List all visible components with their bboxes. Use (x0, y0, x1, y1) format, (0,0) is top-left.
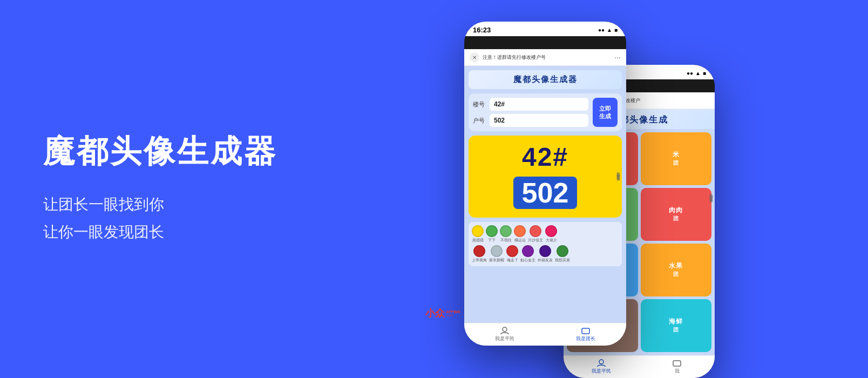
avatar-sub-4: 团 (673, 215, 679, 222)
avatar-sub-2: 团 (673, 159, 679, 167)
phone2-generate-label: 立即生成 (599, 105, 611, 120)
phone2-generate-btn[interactable]: 立即生成 (593, 98, 618, 127)
phones-section: 16:23 ●● ▲ ■ ✕ 注意！进群请先行修改楼户 魔都头像生成 (345, 0, 868, 378)
color-dot-3[interactable] (500, 225, 512, 237)
watermark-appinn: APPINN (446, 310, 460, 314)
svg-rect-1 (673, 361, 681, 366)
color-dot-9[interactable] (506, 245, 518, 257)
color-dot-10[interactable] (522, 245, 534, 257)
phone2-notch (464, 36, 626, 49)
svg-point-0 (599, 360, 603, 364)
phone1-icons: ●● ▲ ■ (687, 70, 706, 76)
avatar-title-6: 水果 (669, 262, 683, 271)
phone2-tab2[interactable]: 我是团长 (545, 327, 626, 342)
watermark-com: .com (446, 314, 460, 317)
phone1-tab2[interactable]: 我 (639, 359, 715, 375)
phone1-bottom-tabs: 我是平民 我 (564, 355, 715, 378)
subtitle-line2: 让你一眼发现团长 (43, 219, 302, 246)
avatar-card-8[interactable]: 海鲜 团 (641, 299, 712, 352)
avatar-card-4[interactable]: 肉肉 团 (641, 188, 712, 241)
phone2-unit-row: 户号 502 (473, 114, 588, 127)
phone2-save-hint: 长按保存头像 (615, 168, 621, 175)
color-dot-5[interactable] (530, 225, 541, 237)
phone2-app-header: ✕ 注意！进群请先行修改楼户号 ··· (464, 49, 626, 66)
phone1-tab1[interactable]: 我是平民 (564, 359, 639, 375)
phone1-signal: ●● (687, 70, 693, 76)
subtitle: 让团长一眼找到你 让你一眼发现团长 (43, 191, 302, 246)
phone2-title-section: 魔都头像生成器 (469, 70, 622, 89)
color-dot-1[interactable] (472, 225, 484, 237)
phone2-app-content: ✕ 注意！进群请先行修改楼户号 ··· 魔都头像生成器 楼号 (464, 49, 626, 346)
avatar-title-4: 肉肉 (669, 206, 683, 215)
phone2-tab2-label: 我是团长 (576, 335, 595, 342)
phone2-floor-input[interactable]: 42# (490, 98, 588, 111)
phone2-tab1[interactable]: 我是平民 (464, 327, 545, 342)
watermark-logo: 小众 (425, 307, 445, 320)
subtitle-line1: 让团长一眼找到你 (43, 191, 302, 218)
phone2-bottom-tabs: 我是平民 我是团长 (464, 323, 626, 346)
phone2-floor-label: 楼号 (473, 100, 486, 109)
phone2-palette-section: 面团团 下下 不我往 橘运运 (469, 222, 622, 266)
phone1-wifi: ▲ (695, 70, 701, 76)
phone2-person-icon (500, 327, 510, 334)
phone2-battery: ■ (614, 27, 618, 33)
phone2-form-section: 楼号 42# 户号 502 (469, 93, 622, 131)
avatar-sub-6: 团 (673, 271, 679, 278)
leader-icon (672, 359, 682, 367)
phone2-wifi: ▲ (607, 27, 612, 33)
avatar-title-8: 海鲜 (669, 318, 683, 326)
left-section: 魔都头像生成器 让团长一眼找到你 让你一眼发现团长 (0, 100, 345, 278)
phone2-display-floor: 42# (477, 144, 613, 170)
phone1-save-hint: 长按保存头像 (708, 190, 714, 197)
palette-row-1: 面团团 下下 不我往 橘运运 (472, 225, 619, 243)
main-title: 魔都头像生成器 (43, 132, 302, 170)
color-dot-4[interactable] (514, 225, 526, 237)
avatar-card-6[interactable]: 水果 团 (641, 244, 712, 296)
phone2-more[interactable]: ··· (614, 53, 621, 62)
person-icon (596, 359, 606, 367)
phone2-tab1-label: 我是平民 (495, 335, 514, 342)
phone2-leader-icon (581, 327, 591, 334)
phone2-notice: 注意！进群请先行修改楼户号 (483, 54, 611, 61)
phone2-status-bar: 16:23 ●● ▲ ■ (464, 22, 626, 36)
avatar-card-2[interactable]: 米 团 (641, 132, 712, 185)
phone2-time: 16:23 (473, 26, 491, 34)
color-dot-2[interactable] (486, 225, 498, 237)
phone1-battery: ■ (703, 70, 706, 76)
phone2-app-title: 魔都头像生成器 (473, 75, 618, 85)
phone2-unit-label: 户号 (473, 117, 486, 125)
watermark: 小众 APPINN .com (425, 307, 460, 320)
phone2-unit-input[interactable]: 502 (490, 114, 588, 127)
color-dot-7[interactable] (473, 245, 485, 257)
color-dot-6[interactable] (545, 225, 557, 237)
phone-2: 16:23 ●● ▲ ■ ✕ 注意！进群请先行修改楼户号 ··· 魔都头像生 (464, 22, 626, 346)
phone2-icons: ●● ▲ ■ (598, 27, 618, 33)
color-dot-11[interactable] (539, 245, 551, 257)
phone2-floor-row: 楼号 42# (473, 98, 588, 111)
avatar-sub-8: 团 (673, 326, 679, 334)
palette-row-2: 上帝视角 新衣新帽 俺走了 贴心金主 (472, 245, 619, 263)
color-dot-8[interactable] (491, 245, 503, 257)
phone2-number-display: 42# 502 长按保存头像 (469, 136, 622, 218)
svg-rect-3 (582, 328, 589, 334)
avatar-title-2: 米 (673, 151, 680, 159)
svg-point-2 (503, 327, 507, 332)
phone2-generator-content: 魔都头像生成器 楼号 42# 户号 (464, 66, 626, 323)
phone1-tab1-label: 我是平民 (592, 368, 611, 375)
phone2-close-btn[interactable]: ✕ (470, 52, 479, 62)
color-dot-12[interactable] (557, 245, 568, 257)
phone2-signal: ●● (598, 27, 605, 33)
phone2-display-unit: 502 (513, 177, 578, 209)
phone2-notch-inner (518, 38, 572, 49)
phone1-tab2-label: 我 (675, 368, 680, 375)
